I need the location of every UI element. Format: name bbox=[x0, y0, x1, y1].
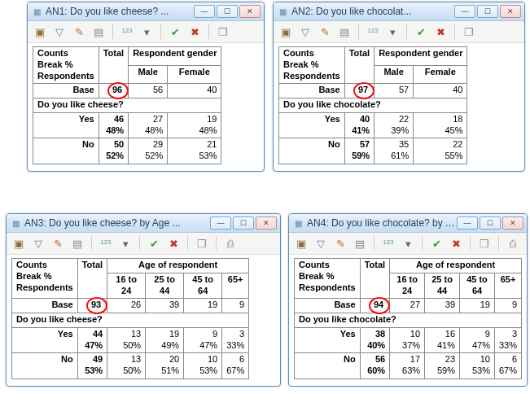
close-button[interactable]: ✕ bbox=[256, 217, 277, 230]
minimize-button[interactable]: — bbox=[210, 217, 231, 230]
col-header: Male bbox=[129, 65, 168, 84]
number-format-dropdown[interactable]: ▾ bbox=[118, 236, 133, 251]
cell: 947% bbox=[184, 327, 222, 353]
question-label: Do you like chocolate? bbox=[279, 98, 467, 113]
base-total: 97 bbox=[344, 84, 374, 98]
apply-button[interactable]: ✔ bbox=[147, 236, 161, 251]
document-button[interactable]: ▤ bbox=[353, 236, 367, 251]
document-button[interactable]: ▤ bbox=[337, 24, 352, 39]
number-format-button[interactable]: ¹²³ bbox=[99, 236, 113, 251]
titlebar[interactable]: ▦AN3: Do you like cheese? by Age ...—☐✕ bbox=[7, 214, 280, 233]
highlight-button[interactable]: ✎ bbox=[318, 24, 332, 39]
cell: 2239% bbox=[375, 112, 414, 138]
toolbar: ▣▽✎▤¹²³▾✔✖❐ bbox=[28, 21, 264, 43]
properties-button[interactable]: ▣ bbox=[294, 236, 309, 251]
properties-button[interactable]: ▣ bbox=[33, 24, 47, 39]
apply-button[interactable]: ✔ bbox=[429, 236, 444, 251]
highlight-button[interactable]: ✎ bbox=[50, 236, 65, 251]
window-content: CountsBreak %RespondentsTotalRespondent … bbox=[28, 43, 264, 171]
copy-button[interactable]: ❐ bbox=[462, 24, 476, 39]
maximize-button[interactable]: ☐ bbox=[477, 5, 498, 18]
filter-button[interactable]: ▽ bbox=[298, 24, 313, 39]
cancel-button[interactable]: ✖ bbox=[449, 236, 463, 251]
number-format-dropdown[interactable]: ▾ bbox=[401, 236, 415, 251]
base-col: 9 bbox=[494, 299, 521, 313]
titlebar[interactable]: ▦AN2: Do you like chocolat...—☐✕ bbox=[274, 2, 524, 21]
number-format-dropdown[interactable]: ▾ bbox=[139, 24, 154, 39]
window-controls: —☐✕ bbox=[210, 217, 277, 230]
base-total: 94 bbox=[360, 299, 389, 313]
minimize-button[interactable]: — bbox=[454, 5, 475, 18]
cell: 1350% bbox=[107, 327, 146, 353]
crosstab-window: ▦AN2: Do you like chocolat...—☐✕▣▽✎▤¹²³▾… bbox=[273, 2, 525, 172]
cancel-button[interactable]: ✖ bbox=[166, 236, 181, 251]
answer-label: Yes bbox=[33, 112, 99, 138]
apply-button[interactable]: ✔ bbox=[168, 24, 182, 39]
number-format-button[interactable]: ¹²³ bbox=[381, 236, 396, 251]
toolbar-separator bbox=[374, 236, 375, 251]
properties-button[interactable]: ▣ bbox=[278, 24, 293, 39]
maximize-button[interactable]: ☐ bbox=[480, 217, 501, 230]
filter-button[interactable]: ▽ bbox=[313, 236, 328, 251]
toolbar-separator bbox=[208, 24, 209, 39]
answer-total: 5660% bbox=[360, 353, 389, 379]
cancel-button[interactable]: ✖ bbox=[187, 24, 202, 39]
cancel-button[interactable]: ✖ bbox=[433, 24, 448, 39]
toolbar-separator bbox=[187, 236, 188, 251]
number-format-button[interactable]: ¹²³ bbox=[366, 24, 380, 39]
answer-total: 5759% bbox=[344, 138, 374, 164]
base-col: 40 bbox=[414, 84, 467, 98]
base-total: 96 bbox=[99, 84, 128, 98]
highlight-button[interactable]: ✎ bbox=[333, 236, 348, 251]
titlebar[interactable]: ▦AN1: Do you like cheese? ...—☐✕ bbox=[28, 2, 264, 21]
highlight-button[interactable]: ✎ bbox=[72, 24, 86, 39]
col-header: Male bbox=[375, 65, 414, 84]
minimize-button[interactable]: — bbox=[194, 5, 215, 18]
properties-button[interactable]: ▣ bbox=[11, 236, 26, 251]
apply-button[interactable]: ✔ bbox=[414, 24, 428, 39]
total-header: Total bbox=[360, 259, 389, 299]
filter-button[interactable]: ▽ bbox=[31, 236, 46, 251]
titlebar[interactable]: ▦AN4: Do you like chocolate? by A...—☐✕ bbox=[289, 214, 527, 233]
col-header: Female bbox=[168, 65, 221, 84]
crosstab-table: CountsBreak %RespondentsTotalAge of resp… bbox=[11, 258, 249, 379]
window-title: AN3: Do you like cheese? by Age ... bbox=[24, 217, 210, 229]
number-format-dropdown[interactable]: ▾ bbox=[385, 24, 400, 39]
col-header: 45 to 64 bbox=[460, 273, 495, 299]
maximize-button[interactable]: ☐ bbox=[217, 5, 238, 18]
close-button[interactable]: ✕ bbox=[502, 217, 523, 230]
minimize-button[interactable]: — bbox=[457, 217, 478, 230]
answer-total: 4953% bbox=[77, 353, 107, 379]
document-button[interactable]: ▤ bbox=[91, 24, 106, 39]
window-title: AN2: Do you like chocolat... bbox=[291, 6, 454, 17]
cell: 2952% bbox=[129, 138, 168, 164]
close-button[interactable]: ✕ bbox=[500, 5, 521, 18]
base-label: Base bbox=[33, 84, 99, 98]
toolbar: ▣▽✎▤¹²³▾✔✖❐⎙ bbox=[289, 233, 527, 255]
base-label: Base bbox=[295, 299, 361, 313]
print-button[interactable]: ⎙ bbox=[506, 236, 520, 251]
answer-total: 4648% bbox=[99, 112, 128, 138]
document-button[interactable]: ▤ bbox=[70, 236, 85, 251]
print-button[interactable]: ⎙ bbox=[223, 236, 238, 251]
number-format-button[interactable]: ¹²³ bbox=[120, 24, 134, 39]
base-col: 39 bbox=[146, 299, 184, 313]
col-header: 65+ bbox=[494, 273, 521, 299]
cell: 1949% bbox=[146, 327, 184, 353]
answer-total: 5052% bbox=[99, 138, 128, 164]
close-button[interactable]: ✕ bbox=[239, 5, 261, 18]
copy-button[interactable]: ❐ bbox=[477, 236, 492, 251]
measure-header: CountsBreak %Respondents bbox=[295, 259, 361, 299]
filter-button[interactable]: ▽ bbox=[52, 24, 67, 39]
cell: 1053% bbox=[460, 353, 495, 379]
answer-label: Yes bbox=[12, 327, 78, 353]
banner-header: Respondent gender bbox=[375, 47, 467, 66]
copy-button[interactable]: ❐ bbox=[216, 24, 230, 39]
maximize-button[interactable]: ☐ bbox=[233, 217, 254, 230]
total-header: Total bbox=[77, 259, 107, 299]
cell: 1350% bbox=[107, 353, 146, 379]
copy-button[interactable]: ❐ bbox=[195, 236, 209, 251]
col-header: 16 to 24 bbox=[390, 273, 425, 299]
window-controls: —☐✕ bbox=[457, 217, 523, 230]
crosstab-table: CountsBreak %RespondentsTotalAge of resp… bbox=[294, 258, 522, 379]
